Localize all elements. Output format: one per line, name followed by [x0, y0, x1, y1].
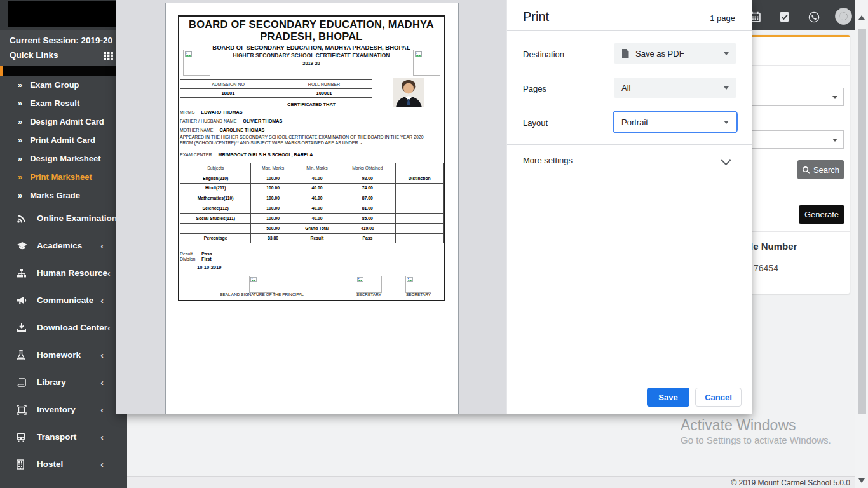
- mother-name-row: MOTHER NAMECAROLINE THOMAS: [180, 127, 264, 133]
- tasks-icon[interactable]: [779, 11, 790, 22]
- sidebar-item-label: Design Admit Card: [30, 117, 104, 126]
- principal-signature-label: SEAL AND SIGNATURE OF THE PRINCIPAL: [192, 292, 332, 297]
- marks-row: Social Studies(111)100.0040.0085.00: [180, 213, 444, 223]
- mother-name: CAROLINE THOMAS: [220, 127, 265, 133]
- exam-center-row: EXAM CENTERMR/MSGOVT GIRLS H S SCHOOL, B…: [180, 152, 313, 158]
- sidebar-item-communicate[interactable]: Communicate ‹: [0, 287, 116, 314]
- sidebar-item-download-center[interactable]: Download Center ‹: [0, 314, 116, 341]
- footer-bar: © 2019 Mount Carmel School 5.0.0: [0, 476, 855, 488]
- scroll-down-arrow[interactable]: [858, 478, 865, 483]
- cancel-button[interactable]: Cancel: [695, 388, 742, 407]
- destination-select[interactable]: Save as PDF: [614, 43, 736, 64]
- sidebar-item-academics[interactable]: Academics ‹: [0, 232, 116, 259]
- sidebar-item-label: Download Center: [37, 323, 107, 332]
- admission-roll-table: ADMISSION NO ROLL NUMBER 18001 100001: [180, 79, 372, 98]
- sidebar-item-online-examinations[interactable]: Online Examinations ‹: [0, 205, 116, 232]
- sidebar-item-human-resource[interactable]: Human Resource ‹: [0, 259, 116, 287]
- bus-icon: [17, 431, 28, 442]
- layout-select[interactable]: Portrait: [613, 111, 738, 133]
- sidebar-header: [0, 0, 116, 30]
- sidebar-item-label: Print Admit Card: [30, 135, 95, 145]
- marks-total-row: 500.00Grand Total419.00: [180, 223, 444, 233]
- broken-image-icon: [185, 51, 192, 57]
- sidebar-item-label: Inventory: [37, 405, 76, 414]
- sidebar-item-design-admit-card[interactable]: »Design Admit Card: [0, 112, 116, 131]
- dropdown-caret-icon: [724, 121, 729, 124]
- father-name: OLIVIER THOMAS: [243, 118, 282, 124]
- board-title: BOARD OF SECONDARY EDUCATION, MADHYA PRA…: [179, 18, 444, 43]
- search-icon: [802, 166, 810, 174]
- current-session-label: Current Session: 2019-20: [10, 36, 112, 45]
- logo-placeholder-left: [183, 50, 210, 76]
- marks-row: Hindi(211)100.0040.0074.00: [180, 183, 444, 193]
- sidebar-item-library[interactable]: Library ‹: [0, 369, 116, 396]
- page-scrollbar[interactable]: [855, 0, 868, 488]
- school-logo: [8, 1, 116, 27]
- sidebar-item-transport[interactable]: Transport ‹: [0, 423, 116, 451]
- secretary-signature-placeholder-1: [356, 276, 382, 293]
- scrollbar-thumb[interactable]: [858, 29, 866, 414]
- sidebar-item-label: Design Marksheet: [30, 154, 100, 163]
- search-button[interactable]: Search: [797, 160, 844, 179]
- sidebar-item-label: Homework: [37, 350, 81, 360]
- sidebar-item-inventory[interactable]: Inventory ‹: [0, 396, 116, 423]
- chevron-left-icon: ‹: [100, 295, 104, 306]
- building-icon: [17, 459, 28, 470]
- pdf-file-icon: [621, 49, 629, 58]
- dropdown-caret: [832, 139, 837, 142]
- user-avatar[interactable]: [835, 8, 852, 25]
- scroll-up-arrow[interactable]: [858, 15, 865, 20]
- result-label: Result: [180, 252, 201, 256]
- broken-image-icon: [407, 277, 413, 282]
- destination-label: Destination: [523, 50, 564, 59]
- sidebar-item-marks-grade[interactable]: »Marks Grade: [0, 186, 116, 205]
- sidebar-item-print-marksheet[interactable]: »Print Marksheet: [0, 168, 116, 186]
- generate-button[interactable]: Generate: [799, 205, 844, 224]
- more-settings-row[interactable]: More settings: [507, 148, 752, 173]
- grid-icon[interactable]: [104, 51, 113, 63]
- examination-submenu: »Exam Group »Exam Result »Design Admit C…: [0, 76, 116, 205]
- print-settings-pane: Print 1 page Destination Save as PDF Pag…: [506, 0, 752, 414]
- chevron-left-icon: ‹: [100, 405, 104, 415]
- title-divider: [507, 30, 752, 31]
- secretary-signature-label-1: SECRETARY: [346, 292, 392, 297]
- double-chevron-icon: »: [18, 135, 22, 145]
- save-button[interactable]: Save: [647, 388, 689, 407]
- roll-no: 100001: [276, 89, 372, 98]
- layout-value: Portrait: [621, 118, 648, 127]
- active-menu-band[interactable]: [0, 66, 116, 76]
- sidebar-item-exam-group[interactable]: »Exam Group: [0, 76, 116, 94]
- graduation-cap-icon: [17, 240, 28, 251]
- activate-windows-watermark: Activate Windows: [681, 417, 796, 434]
- sidebar-item-design-marksheet[interactable]: »Design Marksheet: [0, 149, 116, 168]
- admission-no: 18001: [180, 89, 276, 98]
- sidebar-item-hostel[interactable]: Hostel ‹: [0, 451, 116, 478]
- sidebar-item-label: Library: [37, 377, 66, 387]
- broken-image-icon: [250, 277, 257, 282]
- more-settings-divider: [507, 144, 752, 145]
- generate-button-label: Generate: [804, 210, 839, 219]
- principal-signature-placeholder: [249, 276, 275, 293]
- marks-percentage-row: Percentage83.80ResultPass: [180, 233, 444, 243]
- whatsapp-icon[interactable]: [808, 11, 819, 22]
- chevron-left-icon: ‹: [100, 241, 104, 251]
- marksheet-certificate: BOARD OF SECONDARY EDUCATION, MADHYA PRA…: [178, 15, 445, 301]
- sidebar-item-label: Communicate: [37, 295, 93, 305]
- sitemap-icon: [17, 268, 28, 278]
- marksheet-page: BOARD OF SECONDARY EDUCATION, MADHYA PRA…: [165, 3, 459, 414]
- marks-row: Mathematics(110)100.0040.0087.00: [180, 193, 444, 203]
- print-preview-dialog: BOARD OF SECONDARY EDUCATION, MADHYA PRA…: [116, 0, 752, 414]
- chevron-left-icon: ‹: [100, 350, 104, 360]
- sidebar-item-print-admit-card[interactable]: »Print Admit Card: [0, 131, 116, 149]
- pages-select[interactable]: All: [614, 78, 736, 98]
- father-name-row: FATHER / HUSBAND NAMEOLIVIER THOMAS: [180, 118, 282, 124]
- broken-image-icon: [415, 51, 422, 57]
- logo-placeholder-right: [413, 50, 440, 76]
- secretary-signature-label-2: SECRETARY: [395, 292, 442, 297]
- division-label: Division: [180, 257, 201, 261]
- sidebar-item-homework[interactable]: Homework ‹: [0, 341, 116, 369]
- double-chevron-icon: »: [18, 80, 22, 90]
- chevron-left-icon: ‹: [100, 432, 104, 442]
- sidebar-item-exam-result[interactable]: »Exam Result: [0, 94, 116, 112]
- session-block: Current Session: 2019-20 Quick Links: [0, 30, 116, 66]
